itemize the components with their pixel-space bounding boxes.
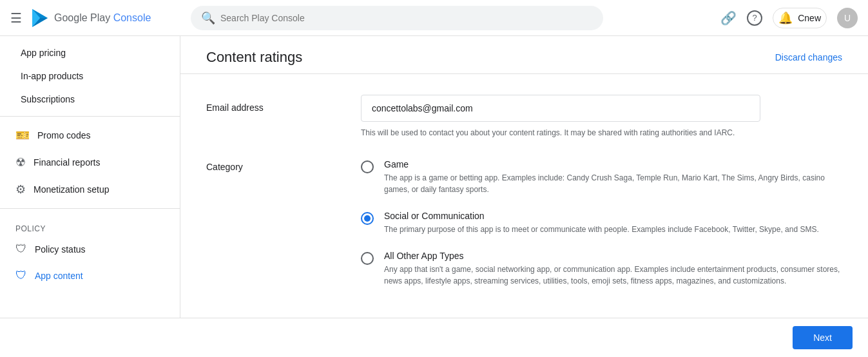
sidebar-item-app-content[interactable]: 🛡 App content	[0, 262, 180, 289]
search-icon: 🔍	[201, 11, 215, 25]
radio-social-inner	[364, 215, 371, 222]
category-row: Category Game The app is a game or betti…	[206, 159, 842, 287]
sidebar-item-monetization-setup[interactable]: ⚙ Monetization setup	[0, 176, 180, 203]
category-label: Category	[206, 159, 335, 172]
email-row: Email address This will be used to conta…	[206, 95, 842, 139]
email-hint: This will be used to contact you about y…	[361, 127, 760, 139]
sidebar-item-label: In-app products	[21, 71, 83, 81]
sidebar-item-app-pricing[interactable]: App pricing	[0, 41, 180, 64]
sidebar-item-label: Policy status	[35, 244, 86, 255]
sidebar-item-label: Promo codes	[37, 130, 90, 140]
email-field-group: This will be used to contact you about y…	[361, 95, 760, 139]
form-section: Email address This will be used to conta…	[180, 74, 868, 307]
search-bar[interactable]: 🔍	[191, 6, 603, 30]
email-input[interactable]	[361, 95, 760, 122]
menu-icon[interactable]: ☰	[10, 10, 22, 26]
bottom-bar: Next	[0, 318, 868, 357]
header: ☰ Google Play Console 🔍 🔗 ? 🔔 Cnew U	[0, 0, 868, 36]
radio-item-other[interactable]: All Other App Types Any app that isn't a…	[361, 251, 842, 287]
sidebar-item-subscriptions[interactable]: Subscriptions	[0, 88, 180, 111]
radio-other-title: All Other App Types	[384, 251, 842, 261]
promo-codes-icon: 🎫	[15, 128, 30, 142]
user-avatar[interactable]: U	[837, 8, 858, 28]
search-input[interactable]	[220, 13, 593, 23]
page-title: Content ratings	[206, 49, 302, 66]
radio-options: Game The app is a game or betting app. E…	[361, 159, 842, 287]
sidebar-item-label: App content	[35, 271, 83, 281]
next-button[interactable]: Next	[793, 326, 853, 349]
policy-status-icon: 🛡	[15, 242, 27, 256]
sidebar-item-in-app-products[interactable]: In-app products	[0, 64, 180, 88]
policy-section-label: Policy	[0, 214, 180, 236]
main-layout: App pricing In-app products Subscription…	[0, 36, 868, 318]
sidebar-divider-2	[0, 208, 180, 209]
radio-other-text: All Other App Types Any app that isn't a…	[384, 251, 842, 287]
radio-social-circle[interactable]	[361, 212, 374, 225]
sidebar-item-label: Subscriptions	[21, 94, 75, 104]
google-play-logo-icon	[30, 8, 50, 28]
radio-game-title: Game	[384, 159, 842, 169]
help-icon[interactable]: ?	[747, 10, 762, 26]
sidebar-item-label: App pricing	[21, 48, 66, 58]
sidebar-item-policy-status[interactable]: 🛡 Policy status	[0, 236, 180, 262]
link-icon[interactable]: 🔗	[720, 10, 737, 26]
radio-other-desc: Any app that isn't a game, social networ…	[384, 264, 842, 287]
header-left: ☰ Google Play Console	[10, 8, 191, 28]
notification-label: Cnew	[798, 13, 821, 23]
notification-chip[interactable]: 🔔 Cnew	[773, 8, 827, 28]
radio-social-text: Social or Communication The primary purp…	[384, 211, 842, 235]
radio-game-desc: The app is a game or betting app. Exampl…	[384, 172, 842, 195]
radio-other-circle[interactable]	[361, 252, 374, 265]
radio-item-social[interactable]: Social or Communication The primary purp…	[361, 211, 842, 235]
discard-changes-button[interactable]: Discard changes	[775, 52, 842, 63]
sidebar-item-label: Financial reports	[34, 157, 101, 168]
header-right: 🔗 ? 🔔 Cnew U	[720, 8, 858, 28]
sidebar-item-promo-codes[interactable]: 🎫 Promo codes	[0, 122, 180, 149]
app-name-text: Google Play Console	[54, 12, 151, 24]
radio-social-title: Social or Communication	[384, 211, 842, 221]
radio-social-desc: The primary purpose of this app is to me…	[384, 224, 842, 235]
sidebar: App pricing In-app products Subscription…	[0, 36, 180, 318]
sidebar-item-financial-reports[interactable]: ☢ Financial reports	[0, 149, 180, 176]
monetization-setup-icon: ⚙	[15, 182, 26, 197]
email-label: Email address	[206, 95, 335, 113]
logo-area: Google Play Console	[30, 8, 151, 28]
radio-game-circle[interactable]	[361, 160, 374, 173]
radio-item-game[interactable]: Game The app is a game or betting app. E…	[361, 159, 842, 195]
radio-game-text: Game The app is a game or betting app. E…	[384, 159, 842, 195]
financial-reports-icon: ☢	[15, 155, 26, 169]
app-content-icon: 🛡	[15, 269, 27, 282]
sidebar-divider	[0, 116, 180, 117]
content-area: Content ratings Discard changes Email ad…	[180, 36, 868, 318]
sidebar-item-label: Monetization setup	[34, 184, 110, 195]
page-header: Content ratings Discard changes	[180, 36, 868, 74]
